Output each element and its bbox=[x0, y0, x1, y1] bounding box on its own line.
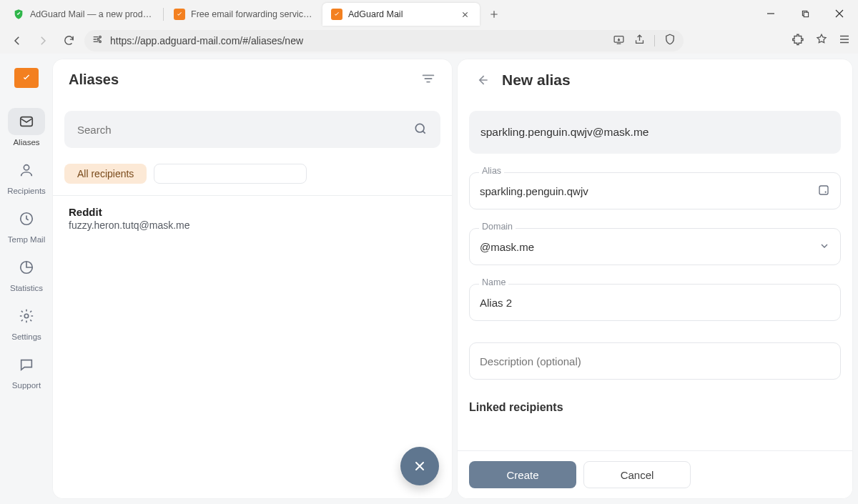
maximize-button[interactable] bbox=[789, 3, 821, 24]
adguard-icon bbox=[331, 9, 342, 20]
svg-point-4 bbox=[99, 41, 102, 43]
button-label: Create bbox=[506, 469, 538, 481]
field-label: Alias bbox=[479, 166, 504, 176]
cancel-button[interactable]: Cancel bbox=[583, 461, 691, 488]
brave-shields-icon[interactable] bbox=[664, 33, 676, 48]
alias-input[interactable] bbox=[480, 185, 810, 197]
chip-label: All recipients bbox=[77, 168, 134, 179]
search-icon[interactable] bbox=[413, 122, 428, 138]
clock-icon bbox=[8, 205, 45, 232]
chart-icon bbox=[8, 254, 45, 281]
linked-recipients-title: Linked recipients bbox=[469, 401, 841, 414]
recipients-filter-chip[interactable]: All recipients bbox=[64, 164, 147, 184]
window-controls bbox=[755, 3, 855, 24]
sidebar-item-label: Aliases bbox=[13, 138, 39, 147]
alias-email: fuzzy.heron.tutq@mask.me bbox=[69, 219, 436, 231]
back-button[interactable] bbox=[7, 31, 27, 51]
svg-rect-12 bbox=[819, 186, 828, 194]
mail-icon bbox=[8, 108, 45, 135]
domain-select[interactable]: @mask.me bbox=[469, 228, 841, 265]
button-label: Cancel bbox=[621, 469, 654, 481]
svg-rect-1 bbox=[804, 12, 808, 16]
user-icon bbox=[8, 157, 45, 184]
new-tab-button[interactable] bbox=[484, 4, 504, 24]
reload-button[interactable] bbox=[59, 31, 79, 51]
sidebar-item-label: Recipients bbox=[7, 187, 46, 195]
name-input[interactable] bbox=[480, 297, 830, 309]
forward-button[interactable] bbox=[33, 31, 53, 51]
svg-point-10 bbox=[24, 314, 29, 318]
domain-value: @mask.me bbox=[480, 241, 534, 253]
alias-name: Reddit bbox=[69, 206, 436, 218]
svg-point-13 bbox=[825, 191, 827, 192]
back-arrow-button[interactable] bbox=[473, 71, 492, 89]
address-bar-row: https://app.adguard-mail.com/#/aliases/n… bbox=[0, 27, 858, 54]
tab-strip: AdGuard Mail — a new product to p Free e… bbox=[0, 0, 858, 27]
shield-icon bbox=[13, 9, 24, 20]
sidebar-item-statistics[interactable]: Statistics bbox=[6, 254, 46, 292]
share-icon[interactable] bbox=[633, 34, 646, 48]
minimize-button[interactable] bbox=[755, 3, 786, 24]
browser-tab[interactable]: Free email forwarding service: aliase bbox=[165, 3, 322, 26]
toolbar-right bbox=[792, 33, 851, 49]
url-text: https://app.adguard-mail.com/#/aliases/n… bbox=[110, 35, 606, 46]
search-field[interactable] bbox=[64, 111, 440, 148]
filter-chip-empty[interactable] bbox=[154, 164, 307, 184]
tab-separator bbox=[163, 8, 164, 21]
app-logo[interactable] bbox=[14, 68, 39, 88]
browser-tab-active[interactable]: AdGuard Mail bbox=[322, 3, 480, 26]
aliases-panel: Aliases All recipients bbox=[53, 59, 452, 498]
svg-point-3 bbox=[97, 39, 99, 41]
tab-title: Free email forwarding service: aliase bbox=[191, 9, 314, 19]
search-input[interactable] bbox=[77, 124, 405, 136]
sidebar-item-recipients[interactable]: Recipients bbox=[6, 157, 46, 195]
sidebar-item-aliases[interactable]: Aliases bbox=[6, 108, 46, 147]
action-row: Create Cancel bbox=[458, 450, 852, 498]
create-button[interactable]: Create bbox=[469, 461, 576, 488]
field-label: Domain bbox=[479, 222, 516, 232]
sidebar-item-label: Settings bbox=[11, 332, 41, 341]
gear-icon bbox=[8, 302, 45, 330]
separator bbox=[654, 35, 655, 46]
svg-point-7 bbox=[24, 165, 29, 170]
extensions-icon[interactable] bbox=[792, 33, 805, 49]
sidebar-item-label: Statistics bbox=[10, 284, 43, 292]
address-bar[interactable]: https://app.adguard-mail.com/#/aliases/n… bbox=[84, 30, 684, 51]
sidebar-item-support[interactable]: Support bbox=[6, 351, 46, 390]
rewards-icon[interactable] bbox=[815, 33, 828, 49]
menu-icon[interactable] bbox=[838, 33, 851, 49]
field-label: Name bbox=[479, 277, 508, 287]
alias-email-preview: sparkling.penguin.qwjv@mask.me bbox=[469, 111, 841, 154]
alias-field: Alias bbox=[469, 172, 841, 209]
panel-title: New alias bbox=[502, 71, 571, 89]
description-field bbox=[469, 342, 841, 380]
preview-email-text: sparkling.penguin.qwjv@mask.me bbox=[480, 126, 649, 139]
sidebar-item-label: Support bbox=[12, 381, 41, 390]
close-tab-button[interactable] bbox=[458, 8, 471, 21]
svg-point-11 bbox=[415, 124, 424, 132]
description-input[interactable] bbox=[480, 355, 830, 367]
site-settings-icon[interactable] bbox=[92, 34, 103, 47]
sidebar-item-label: Temp Mail bbox=[8, 235, 45, 244]
filter-icon[interactable] bbox=[420, 71, 436, 89]
panel-title: Aliases bbox=[69, 71, 119, 88]
install-app-icon[interactable] bbox=[613, 34, 625, 48]
adguard-icon bbox=[174, 9, 185, 20]
svg-point-2 bbox=[99, 36, 102, 38]
sidebar: Aliases Recipients Temp Mail Statistics bbox=[0, 54, 53, 504]
new-alias-panel: New alias sparkling.penguin.qwjv@mask.me… bbox=[458, 59, 852, 498]
close-fab-button[interactable] bbox=[400, 447, 439, 485]
domain-field: Domain @mask.me bbox=[469, 228, 841, 265]
sidebar-item-tempmail[interactable]: Temp Mail bbox=[6, 205, 46, 244]
sidebar-item-settings[interactable]: Settings bbox=[6, 302, 46, 341]
name-field: Name bbox=[469, 284, 841, 321]
close-window-button[interactable] bbox=[824, 3, 855, 24]
browser-tab[interactable]: AdGuard Mail — a new product to p bbox=[4, 3, 162, 26]
tab-title: AdGuard Mail bbox=[348, 9, 403, 19]
regenerate-icon[interactable] bbox=[817, 184, 830, 199]
chevron-down-icon bbox=[819, 240, 830, 254]
chat-icon bbox=[8, 351, 45, 378]
alias-list-item[interactable]: Reddit fuzzy.heron.tutq@mask.me bbox=[64, 196, 440, 241]
tab-title: AdGuard Mail — a new product to p bbox=[30, 9, 153, 19]
